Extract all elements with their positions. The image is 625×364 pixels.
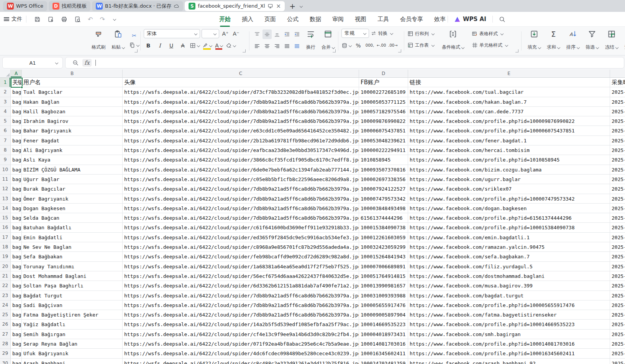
cell-C12[interactable]: https://wsfs.deepsale.ai/6422/cloud/spid…	[123, 184, 359, 194]
cell-D28[interactable]: 100014081703016	[359, 339, 408, 349]
cell-F3[interactable]: 2025-	[610, 97, 625, 107]
cell-A6[interactable]: bag	[11, 126, 22, 135]
cell-B4[interactable]: Halil Bagbozan	[22, 107, 123, 116]
cell-F21[interactable]: 2025-	[610, 271, 625, 281]
cell-A15[interactable]: bag	[11, 213, 22, 223]
cell-E27[interactable]: https://www.facebook.com/smh.bagirgan	[408, 330, 610, 339]
cell-C26[interactable]: https://wsfs.deepsale.ai/6422/cloud/spid…	[123, 320, 359, 329]
fill-handle[interactable]	[21, 86, 23, 88]
number-format-select[interactable]: 常规	[341, 29, 369, 38]
row-header-10[interactable]: 10	[0, 165, 11, 175]
cell-B17[interactable]: Emin Bağdatli	[22, 233, 123, 242]
table-style-button[interactable]: 表格样式	[472, 29, 508, 39]
cell-B10[interactable]: BİZİM ÇÖZGÜ BAĞLAMA	[22, 165, 123, 175]
cut-icon[interactable]: ✂	[129, 31, 139, 40]
print-icon[interactable]	[61, 16, 67, 23]
cell-F25[interactable]: 2025-	[610, 310, 625, 320]
cell-A14[interactable]: bag	[11, 204, 22, 213]
rows-columns-button[interactable]: 行和列	[407, 29, 434, 39]
cell-E26[interactable]: https://www.facebook.com/profile.php?id=…	[408, 320, 610, 329]
print-preview-icon[interactable]	[74, 16, 81, 23]
clipboard-dialog-launcher-icon[interactable]	[135, 49, 138, 52]
cell-C6[interactable]: https://wsfs.deepsale.ai/6422/cloud/spid…	[123, 126, 359, 135]
font-dialog-launcher-icon[interactable]	[243, 49, 246, 52]
row-header-2[interactable]: 2	[0, 87, 11, 97]
cell-F9[interactable]: 2025-	[610, 155, 625, 165]
cell-D20[interactable]: 100007006689891	[359, 262, 408, 271]
cell-D6[interactable]: 100006075437851	[359, 126, 408, 135]
cell-E4[interactable]: https://www.facebook.com/can.dede.7737	[408, 107, 610, 116]
cell-E19[interactable]: https://www.facebook.com/sefa.bagbakan.7	[408, 252, 610, 261]
row-header-18[interactable]: 18	[0, 242, 11, 252]
wps-ai-button[interactable]: WPS AI	[454, 16, 486, 23]
cell-E12[interactable]: https://www.facebook.com/sriklex07	[408, 184, 610, 194]
paste-button[interactable]: 粘贴	[110, 29, 126, 52]
cell-B3[interactable]: Hakan Bağlan	[22, 97, 123, 107]
cell-C23[interactable]: https://wsfs.deepsale.ai/6422/cloud/spid…	[123, 291, 359, 300]
column-header-D[interactable]: D	[359, 70, 408, 78]
cell-A12[interactable]: bag	[11, 184, 22, 194]
app-tab[interactable]: D找稻壳模板	[49, 1, 90, 11]
cell-F23[interactable]: 2025-	[610, 291, 625, 300]
cell-C27[interactable]: https://wsfs.deepsale.ai/6422/cloud/spid…	[123, 330, 359, 339]
alignment-dialog-launcher-icon[interactable]	[333, 49, 336, 52]
cell-D17[interactable]: 100012261603059	[359, 233, 408, 242]
cell-F24[interactable]: 2025-	[610, 300, 625, 310]
menu-tab-公式[interactable]: 公式	[287, 16, 299, 23]
cell-D9[interactable]: 1010858945	[359, 155, 408, 165]
cell-C10[interactable]: https://wsfs.deepsale.ai/6422/cloud/spid…	[123, 165, 359, 175]
search-icon[interactable]	[499, 16, 505, 23]
row-header-7[interactable]: 7	[0, 136, 11, 145]
cell-B19[interactable]: Sefa Bağbakan	[22, 252, 123, 261]
justify-button[interactable]	[282, 41, 292, 51]
cell-F5[interactable]: 2025-	[610, 116, 625, 126]
cell-D21[interactable]: 100051764914815	[359, 271, 408, 281]
cell-C30[interactable]: https://wsfs.deepsale.ai/6422/cloud/spid…	[123, 359, 359, 364]
redo-icon[interactable]: ↷	[100, 16, 105, 23]
grow-font-button[interactable]: A⁺	[221, 29, 230, 38]
align-left-button[interactable]	[253, 41, 262, 51]
cell-D5[interactable]: 100009876990822	[359, 116, 408, 126]
cell-F13[interactable]: 2025-	[610, 194, 625, 204]
cell-C3[interactable]: https://wsfs.deepsale.ai/6422/cloud/spid…	[123, 97, 359, 107]
cell-D15[interactable]: 61561374444296	[359, 213, 408, 223]
row-header-24[interactable]: 24	[0, 300, 11, 310]
cell-F6[interactable]: 2025-	[610, 126, 625, 135]
cell-A7[interactable]: bag	[11, 136, 22, 145]
cell-A11[interactable]: bag	[11, 175, 22, 184]
insert-function-icon[interactable]: fx	[82, 59, 92, 67]
cell-B8[interactable]: Ali Bağrıyank	[22, 145, 123, 155]
formula-input[interactable]: fx	[65, 57, 624, 69]
cell-D19[interactable]: 100015264841943	[359, 252, 408, 261]
align-bottom-button[interactable]	[272, 29, 282, 39]
cell-F14[interactable]: 2025-	[610, 204, 625, 213]
cell-E15[interactable]: https://www.facebook.com/profile.php?id=…	[408, 213, 610, 223]
menu-tab-数据[interactable]: 数据	[310, 16, 321, 23]
column-header-F[interactable]: F	[610, 70, 625, 78]
cell-F22[interactable]: 2025-	[610, 281, 625, 291]
column-header-C[interactable]: C	[123, 70, 359, 78]
align-center-button[interactable]	[262, 41, 272, 51]
cell-B25[interactable]: Fatma Bağyetiştiren Şeker	[22, 310, 123, 320]
cell-F8[interactable]: 2025-	[610, 145, 625, 155]
undo-icon[interactable]: ↶	[88, 16, 93, 23]
cell-A27[interactable]: bag	[11, 330, 22, 339]
cell-A13[interactable]: bag	[11, 194, 22, 204]
cell-E14[interactable]: https://www.facebook.com/dogan.bagkesen	[408, 204, 610, 213]
cell-A1[interactable]: 关键词	[11, 78, 22, 87]
row-header-22[interactable]: 22	[0, 281, 11, 291]
row-header-29[interactable]: 29	[0, 349, 11, 358]
app-tab[interactable]: WWPS Office	[3, 1, 47, 11]
cell-B18[interactable]: Ne Sev Ne Baglan	[22, 242, 123, 252]
cell-B9[interactable]: Aslı Kaya	[22, 155, 123, 165]
zoom-out-icon[interactable]	[72, 60, 79, 66]
cell-B6[interactable]: Bahar Bağrıyanık	[22, 126, 123, 135]
select-all-corner[interactable]	[0, 70, 11, 78]
menu-tab-插入[interactable]: 插入	[242, 16, 253, 23]
cell-F17[interactable]: 2025-	[610, 233, 625, 242]
cell-E11[interactable]: https://www.facebook.com/ugurr.baglar	[408, 175, 610, 184]
cell-B13[interactable]: Ömer Bagrıyanık	[22, 194, 123, 204]
column-header-A[interactable]: A	[11, 70, 22, 78]
cell-A22[interactable]: bag	[11, 281, 22, 291]
row-header-16[interactable]: 16	[0, 223, 11, 232]
